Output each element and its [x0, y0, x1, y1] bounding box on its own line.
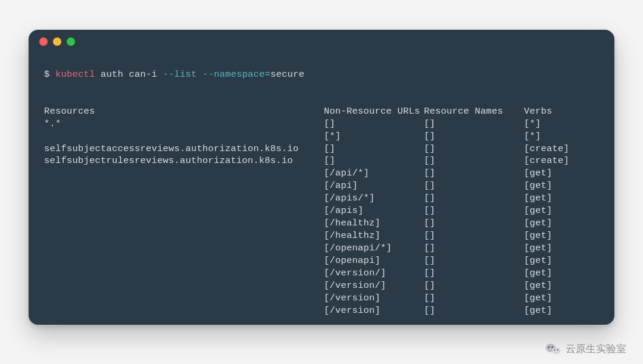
cell-resources: [44, 292, 324, 305]
cell-resource-names: []: [424, 217, 524, 230]
cell-verbs: [create]: [524, 155, 599, 167]
cell-verbs: [get]: [524, 292, 599, 305]
cell-resources: [44, 205, 324, 217]
cell-verbs: [get]: [524, 267, 599, 280]
window-titlebar: [29, 30, 614, 54]
cell-resources: [44, 280, 324, 292]
cell-resources: [44, 230, 324, 242]
cell-non-resource-urls: []: [324, 155, 424, 167]
cell-resource-names: []: [424, 255, 524, 267]
cell-resources: *.*: [44, 118, 324, 130]
watermark-text: 云原生实验室: [566, 342, 626, 356]
cell-resource-names: []: [424, 155, 524, 167]
command-args: auth can-i: [101, 69, 157, 80]
cell-resources: [44, 180, 324, 192]
wechat-icon: [545, 343, 561, 356]
output-table: Resources Non-Resource URLs Resource Nam…: [44, 105, 599, 317]
col-header-non-resource-urls: Non-Resource URLs: [324, 105, 424, 118]
cell-resource-names: []: [424, 280, 524, 292]
cell-non-resource-urls: [/version]: [324, 292, 424, 305]
cell-non-resource-urls: [/api]: [324, 180, 424, 192]
svg-point-4: [554, 349, 555, 350]
cell-resource-names: []: [424, 192, 524, 205]
cell-non-resource-urls: [/apis/*]: [324, 192, 424, 205]
cell-non-resource-urls: [*]: [324, 130, 424, 143]
cell-resource-names: []: [424, 118, 524, 130]
cell-resources: [44, 305, 324, 317]
cell-resources: selfsubjectrulesreviews.authorization.k8…: [44, 155, 324, 167]
cell-resource-names: []: [424, 292, 524, 305]
cell-resource-names: []: [424, 205, 524, 217]
cell-resources: [44, 217, 324, 230]
cell-verbs: [get]: [524, 180, 599, 192]
cell-verbs: [get]: [524, 255, 599, 267]
cell-non-resource-urls: [/api/*]: [324, 167, 424, 180]
prompt-symbol: $: [44, 69, 50, 80]
cell-resources: [44, 255, 324, 267]
maximize-icon[interactable]: [67, 37, 75, 46]
cell-resource-names: []: [424, 242, 524, 255]
cell-verbs: [get]: [524, 242, 599, 255]
col-header-resources: Resources: [44, 105, 324, 118]
cell-resources: selfsubjectaccessreviews.authorization.k…: [44, 143, 324, 155]
svg-point-1: [552, 347, 560, 354]
cell-verbs: [get]: [524, 230, 599, 242]
command-line: $ kubectl auth can-i --list --namespace=…: [44, 69, 304, 80]
svg-point-2: [548, 346, 550, 347]
svg-point-3: [552, 346, 553, 347]
cell-resource-names: []: [424, 230, 524, 242]
cell-non-resource-urls: [/openapi]: [324, 255, 424, 267]
cell-resources: [44, 167, 324, 180]
cell-non-resource-urls: [/apis]: [324, 205, 424, 217]
col-header-verbs: Verbs: [524, 105, 599, 118]
cell-resources: [44, 130, 324, 143]
cell-non-resource-urls: [/version]: [324, 305, 424, 317]
cell-resource-names: []: [424, 267, 524, 280]
col-header-resource-names: Resource Names: [424, 105, 524, 118]
cell-verbs: [get]: [524, 205, 599, 217]
close-icon[interactable]: [39, 37, 48, 46]
cell-non-resource-urls: [/healthz]: [324, 230, 424, 242]
command-flag-list: --list: [163, 69, 197, 80]
minimize-icon[interactable]: [53, 37, 61, 46]
svg-point-5: [557, 349, 558, 350]
cell-non-resource-urls: [/version/]: [324, 267, 424, 280]
cell-resource-names: []: [424, 143, 524, 155]
cell-resource-names: []: [424, 180, 524, 192]
cell-non-resource-urls: []: [324, 143, 424, 155]
cell-resources: [44, 267, 324, 280]
command-flag-namespace: --namespace=: [202, 69, 270, 80]
cell-resources: [44, 242, 324, 255]
cell-verbs: [get]: [524, 192, 599, 205]
cell-non-resource-urls: [/healthz]: [324, 217, 424, 230]
watermark: 云原生实验室: [545, 342, 626, 356]
cell-resource-names: []: [424, 130, 524, 143]
command-binary: kubectl: [55, 69, 95, 80]
cell-non-resource-urls: [/openapi/*]: [324, 242, 424, 255]
cell-resource-names: []: [424, 305, 524, 317]
cell-verbs: [create]: [524, 143, 599, 155]
blank-line: [44, 81, 599, 93]
cell-resources: [44, 192, 324, 205]
cell-non-resource-urls: [/version/]: [324, 280, 424, 292]
cell-verbs: [get]: [524, 217, 599, 230]
command-namespace-value: secure: [270, 69, 304, 80]
stage: $ kubectl auth can-i --list --namespace=…: [0, 0, 643, 364]
terminal-window: $ kubectl auth can-i --list --namespace=…: [29, 30, 614, 325]
cell-resource-names: []: [424, 167, 524, 180]
cell-non-resource-urls: []: [324, 118, 424, 130]
cell-verbs: [get]: [524, 167, 599, 180]
terminal-body[interactable]: $ kubectl auth can-i --list --namespace=…: [29, 54, 614, 325]
cell-verbs: [*]: [524, 130, 599, 143]
cell-verbs: [get]: [524, 280, 599, 292]
cell-verbs: [*]: [524, 118, 599, 130]
cell-verbs: [get]: [524, 305, 599, 317]
